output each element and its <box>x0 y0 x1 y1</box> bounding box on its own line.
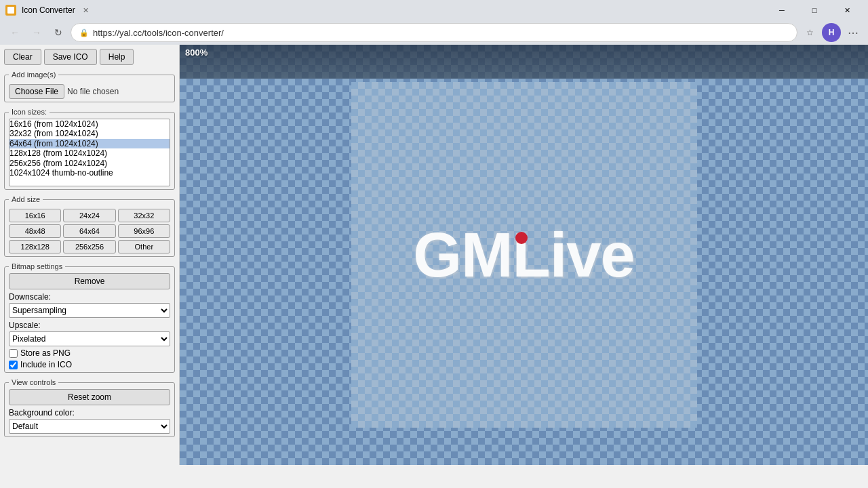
size-btn-16x16[interactable]: 16x16 <box>9 209 61 222</box>
size-btn-32x32[interactable]: 32x32 <box>118 209 170 222</box>
tab-favicon <box>5 5 16 16</box>
upscale-label: Upscale: <box>9 321 170 330</box>
background-color-label: Background color: <box>9 408 170 418</box>
minimize-button[interactable]: ─ <box>766 0 797 20</box>
icon-sizes-legend: Icon sizes: <box>9 108 50 116</box>
view-controls-legend: View controls <box>9 378 58 386</box>
add-size-legend: Add size <box>9 195 43 203</box>
help-button[interactable]: Help <box>100 49 134 65</box>
reset-zoom-button[interactable]: Reset zoom <box>9 389 170 405</box>
add-images-legend: Add image(s) <box>9 70 58 79</box>
size-btn-96x96[interactable]: 96x96 <box>118 224 170 238</box>
include-in-ico-label: Include in ICO <box>20 360 72 369</box>
size-btn-128x128[interactable]: 128x128 <box>9 240 61 253</box>
upscale-select[interactable]: Pixelated Bilinear Nearest <box>9 331 170 346</box>
downscale-select[interactable]: Supersampling Bilinear Nearest <box>9 303 170 318</box>
red-dot <box>515 232 528 244</box>
checkerboard-inner: GMLive <box>351 82 697 428</box>
preview-container: GMLive <box>351 82 697 428</box>
background-color-select[interactable]: Default White Black Transparent <box>9 419 170 434</box>
maximize-button[interactable]: □ <box>799 0 830 20</box>
icon-sizes-section: Icon sizes: 16x16 (from 1024x1024)32x32 … <box>4 108 175 190</box>
size-btn-other[interactable]: Other <box>118 240 170 253</box>
remove-button[interactable]: Remove <box>9 273 170 289</box>
gmlive-wrapper: GMLive <box>413 220 634 291</box>
add-size-section: Add size 16x1624x2432x3248x4864x6496x961… <box>4 195 175 257</box>
gmlive-text: GMLive <box>413 220 634 289</box>
menu-button[interactable]: ⋯ <box>844 23 863 42</box>
size-btn-64x64[interactable]: 64x64 <box>63 224 115 238</box>
bitmap-settings-section: Bitmap settings Remove Downscale: Supers… <box>4 262 175 373</box>
tab-close-button[interactable]: ✕ <box>81 5 92 16</box>
zoom-label: 800% <box>185 47 208 58</box>
address-bar[interactable]: 🔒 https://yal.cc/tools/icon-converter/ <box>71 23 797 42</box>
refresh-button[interactable]: ↻ <box>49 23 68 42</box>
lock-icon: 🔒 <box>79 28 89 37</box>
close-button[interactable]: ✕ <box>831 0 863 20</box>
size-buttons-grid: 16x1624x2432x3248x4864x6496x96128x128256… <box>9 209 170 253</box>
clear-button[interactable]: Clear <box>4 49 41 65</box>
toolbar: Clear Save ICO Help <box>4 49 175 65</box>
store-as-png-checkbox[interactable] <box>9 349 18 358</box>
top-background <box>180 45 868 79</box>
downscale-label: Downscale: <box>9 292 170 302</box>
view-controls-section: View controls Reset zoom Background colo… <box>4 378 175 437</box>
size-btn-256x256[interactable]: 256x256 <box>63 240 115 253</box>
forward-button[interactable]: → <box>27 23 46 42</box>
tab-title: Icon Converter <box>22 5 75 15</box>
add-images-section: Add image(s) Choose File No file chosen <box>4 70 175 102</box>
save-ico-button[interactable]: Save ICO <box>44 49 97 65</box>
size-btn-48x48[interactable]: 48x48 <box>9 224 61 238</box>
left-panel: Clear Save ICO Help Add image(s) Choose … <box>0 45 180 465</box>
store-as-png-label: Store as PNG <box>20 348 71 358</box>
url-text: https://yal.cc/tools/icon-converter/ <box>93 28 224 38</box>
bitmap-settings-legend: Bitmap settings <box>9 262 65 270</box>
choose-file-button[interactable]: Choose File <box>9 84 64 99</box>
file-name-display: No file chosen <box>67 87 119 96</box>
size-btn-24x24[interactable]: 24x24 <box>63 209 115 222</box>
back-button[interactable]: ← <box>5 23 24 42</box>
bookmark-button[interactable]: ☆ <box>800 23 819 42</box>
include-in-ico-checkbox[interactable] <box>9 361 18 369</box>
icon-sizes-list[interactable]: 16x16 (from 1024x1024)32x32 (from 1024x1… <box>9 119 170 186</box>
preview-panel: 800% GMLive <box>180 45 868 465</box>
profile-button[interactable]: H <box>822 23 841 42</box>
